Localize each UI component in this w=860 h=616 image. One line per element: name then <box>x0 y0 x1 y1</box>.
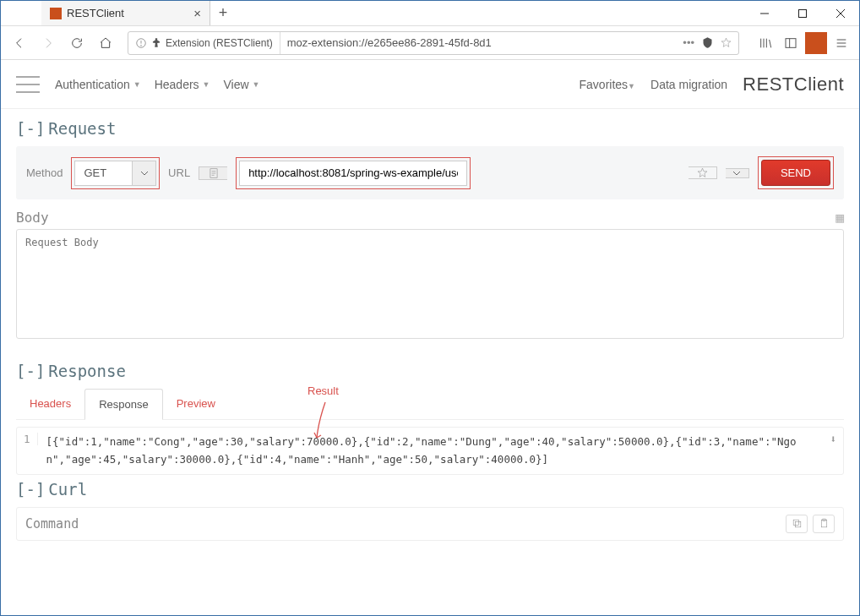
tab-headers[interactable]: Headers <box>16 389 84 419</box>
response-tabs: Headers Response Preview <box>16 389 844 420</box>
url-label: URL <box>168 166 190 179</box>
menu-headers[interactable]: Headers▼ <box>155 78 210 91</box>
caret-down-icon: ▼ <box>133 80 141 89</box>
url-history-dropdown[interactable] <box>726 168 749 178</box>
home-button[interactable] <box>94 31 117 55</box>
svg-rect-17 <box>793 520 799 526</box>
svg-rect-7 <box>786 38 796 47</box>
request-section-title: [-] Request <box>16 119 844 138</box>
svg-point-6 <box>141 45 142 46</box>
tab-preview[interactable]: Preview <box>163 389 229 419</box>
tab-strip: RESTClient × + <box>1 1 236 25</box>
menu-favorites[interactable]: Favorites▼ <box>580 78 636 91</box>
caret-down-icon: ▼ <box>253 80 260 89</box>
response-toggle[interactable]: [-] <box>16 362 45 380</box>
request-body-input[interactable] <box>16 229 844 339</box>
method-highlight: GET <box>71 157 160 189</box>
response-section: [-] Response Result Headers Response Pre… <box>1 352 859 475</box>
app-header: Authentication▼ Headers▼ View▼ Favorites… <box>1 60 859 109</box>
page-actions-icon[interactable]: ••• <box>683 36 694 49</box>
restclient-app: Authentication▼ Headers▼ View▼ Favorites… <box>1 60 859 615</box>
result-annotation-label: Result <box>308 384 339 397</box>
address-bar-actions: ••• <box>676 36 738 49</box>
curl-title-text: Curl <box>48 480 87 499</box>
copy-icon[interactable] <box>786 515 808 533</box>
response-json[interactable]: [{"id":1,"name":"Cong","age":30,"salary"… <box>46 433 822 469</box>
close-tab-icon[interactable]: × <box>193 6 201 20</box>
menu-view[interactable]: View▼ <box>224 78 260 91</box>
method-select[interactable]: GET <box>74 161 156 186</box>
body-grid-icon[interactable]: ▦ <box>836 210 844 226</box>
site-identity-label: Extension (RESTClient) <box>166 37 273 49</box>
window-controls <box>745 1 859 25</box>
curl-section-title: [-] Curl <box>16 480 844 499</box>
sidebar-icon[interactable] <box>780 32 802 54</box>
new-tab-button[interactable]: + <box>210 1 236 25</box>
forward-button <box>36 31 60 55</box>
svg-rect-1 <box>798 9 806 17</box>
back-button[interactable] <box>8 31 31 55</box>
response-body: 1 [{"id":1,"name":"Cong","age":30,"salar… <box>16 427 844 475</box>
method-value: GET <box>75 166 132 179</box>
send-button[interactable]: SEND <box>761 160 830 186</box>
request-row: Method GET URL SEND <box>16 146 844 199</box>
bookmark-star-icon[interactable] <box>721 37 732 48</box>
address-bar[interactable]: Extension (RESTClient) moz-extension://e… <box>128 31 739 55</box>
response-section-title: [-] Response <box>16 362 844 380</box>
response-title-text: Response <box>48 362 126 380</box>
download-icon[interactable]: ⬇ <box>830 433 836 445</box>
curl-toggle[interactable]: [-] <box>16 480 45 499</box>
send-highlight: SEND <box>758 156 834 189</box>
clipboard-icon[interactable] <box>813 515 835 533</box>
app-menu-icon[interactable] <box>830 32 852 54</box>
browser-navbar: Extension (RESTClient) moz-extension://e… <box>1 26 859 60</box>
toolbar-right <box>754 32 852 54</box>
caret-down-icon: ▼ <box>628 82 635 90</box>
restclient-extension-icon[interactable] <box>805 32 827 54</box>
minimize-button[interactable] <box>745 1 783 25</box>
request-body-section: Body ▦ <box>1 199 859 352</box>
curl-command-row: Command <box>16 507 844 541</box>
tab-response[interactable]: Response <box>84 389 163 420</box>
body-label: Body <box>16 210 49 226</box>
site-identity[interactable]: Extension (RESTClient) <box>128 32 280 54</box>
curl-section: [-] Curl Command <box>1 475 859 541</box>
method-label: Method <box>26 166 63 179</box>
arrow-icon <box>313 401 332 445</box>
reload-button[interactable] <box>65 31 89 55</box>
curl-command-label: Command <box>25 516 79 532</box>
window-titlebar: RESTClient × + <box>1 1 859 26</box>
menu-data-migration[interactable]: Data migration <box>650 78 727 91</box>
url-prefix-icon[interactable] <box>199 166 227 180</box>
app-brand: RESTClient <box>743 74 844 95</box>
favorite-star-icon[interactable] <box>689 166 717 179</box>
caret-down-icon: ▼ <box>203 80 210 89</box>
restclient-favicon <box>50 8 62 19</box>
address-bar-text[interactable]: moz-extension://e265ee86-2891-45fd-8d1 <box>280 36 677 49</box>
app-menu: Authentication▼ Headers▼ View▼ <box>55 78 260 91</box>
maximize-button[interactable] <box>783 1 821 25</box>
menu-authentication[interactable]: Authentication▼ <box>55 78 141 91</box>
request-title-text: Request <box>48 119 116 138</box>
svg-rect-16 <box>795 521 801 527</box>
library-icon[interactable] <box>754 32 776 54</box>
tab-title: RESTClient <box>67 7 124 19</box>
close-window-button[interactable] <box>821 1 859 25</box>
reader-icon[interactable] <box>701 36 714 49</box>
line-number: 1 <box>24 433 38 445</box>
request-toggle[interactable]: [-] <box>16 119 45 138</box>
hamburger-menu[interactable] <box>16 76 40 93</box>
browser-tab[interactable]: RESTClient × <box>41 1 210 25</box>
request-url-input[interactable] <box>239 161 467 186</box>
request-section: [-] Request Method GET URL SEND <box>1 109 859 199</box>
chevron-down-icon[interactable] <box>132 161 155 185</box>
